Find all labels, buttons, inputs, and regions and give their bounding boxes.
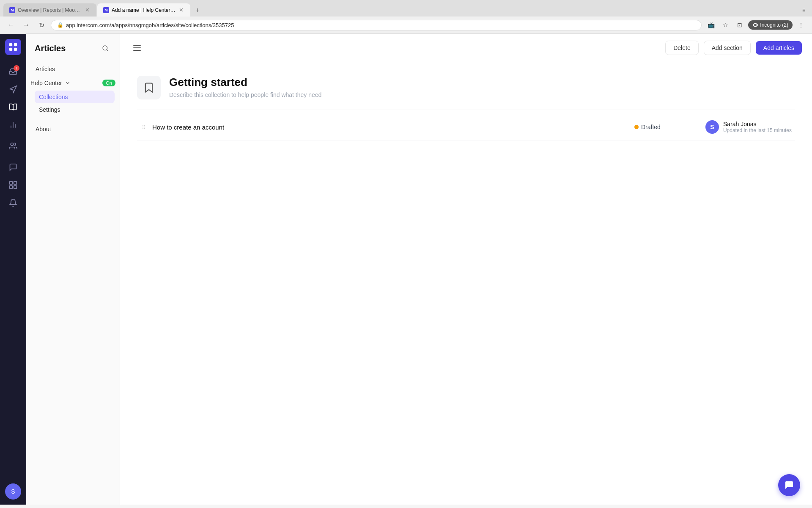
svg-line-14 [107,50,108,51]
collection-header: Getting started Describe this collection… [137,76,795,110]
tab1-title: Overview | Reports | Moodjoy [18,7,82,13]
chat-support-button[interactable] [778,474,800,496]
add-articles-button[interactable]: Add articles [756,41,802,55]
hamburger-line-2 [133,47,141,48]
apps-icon [9,181,17,189]
svg-rect-1 [14,43,17,46]
app-logo[interactable] [5,39,21,55]
sidebar-icon-notifications[interactable] [5,195,21,211]
author-updated-time: Updated in the last 15 minutes [723,127,792,133]
collection-info: Getting started Describe this collection… [169,76,321,98]
article-title[interactable]: How to create an account [152,124,629,131]
tab2-title: Add a name | Help Center | Mo... [112,7,176,13]
svg-point-16 [144,125,145,126]
table-row[interactable]: How to create an account Drafted S Sarah… [137,113,795,141]
main-content: Delete Add section Add articles Getting … [120,34,812,505]
incognito-icon [752,22,758,28]
hamburger-line-1 [133,45,141,46]
sidebar-icon-apps[interactable] [5,177,21,193]
back-button[interactable]: ← [5,19,17,31]
help-center-label: Help Center [30,80,62,86]
svg-rect-10 [14,182,17,185]
lock-icon: 🔒 [57,22,63,28]
collection-title: Getting started [169,76,321,89]
about-label: About [36,126,51,133]
inbox-badge: 1 [14,65,19,71]
sidebar-icon-articles[interactable] [5,99,21,115]
help-center-header[interactable]: Help Center [30,80,71,86]
main-toolbar: Delete Add section Add articles [120,34,812,62]
status-dot [634,125,639,129]
messages-icon [9,85,17,94]
cast-button[interactable]: 📺 [705,19,717,31]
address-bar[interactable]: 🔒 app.intercom.com/a/apps/nnsgmgob/artic… [51,20,702,30]
svg-rect-0 [9,43,12,46]
url-text: app.intercom.com/a/apps/nnsgmgob/article… [66,22,234,28]
svg-marker-4 [10,86,17,93]
sidebar-item-about[interactable]: About [31,123,115,135]
svg-rect-9 [10,182,13,185]
tab2-favicon: M [103,7,109,13]
svg-point-15 [143,125,143,126]
svg-rect-12 [14,186,17,189]
main-body: Getting started Describe this collection… [120,62,812,505]
new-tab-button[interactable]: + [191,4,203,17]
tab-helpcenter[interactable]: M Add a name | Help Center | Mo... ✕ [97,3,190,17]
sidebar-icon-contacts[interactable] [5,138,21,154]
menu-toggle-button[interactable] [130,41,144,55]
svg-point-17 [143,127,143,127]
sidebar-icon-messages[interactable] [5,81,21,97]
svg-point-20 [144,128,145,129]
status-badge: Drafted [634,124,677,130]
collection-description: Describe this collection to help people … [169,91,321,98]
sidebar-title: Articles [26,42,120,61]
tab2-close[interactable]: ✕ [178,7,184,13]
svg-point-19 [143,128,143,129]
menu-button[interactable]: ⋮ [795,19,807,31]
search-icon [102,45,109,52]
drag-handle-icon[interactable] [140,124,147,130]
sidebar-item-collections[interactable]: Collections [35,91,115,103]
tab1-favicon: M [9,7,15,13]
contacts-icon [9,142,17,150]
reports-icon [9,121,17,129]
on-badge: On [102,80,115,86]
svg-point-13 [103,46,107,50]
profile-button[interactable]: ⊡ [734,19,746,31]
forward-button[interactable]: → [20,19,32,31]
chat-icon [9,163,17,171]
add-section-button[interactable]: Add section [704,41,751,55]
search-button[interactable] [99,42,111,54]
articles-icon [9,103,17,111]
author-avatar: S [705,120,719,134]
delete-button[interactable]: Delete [665,41,698,55]
svg-rect-11 [10,186,13,189]
svg-point-8 [11,143,14,146]
author-name: Sarah Jonas [723,121,792,127]
notifications-icon [9,199,17,207]
sidebar-icon-chat[interactable] [5,159,21,175]
svg-rect-3 [14,48,17,51]
tab-overview[interactable]: M Overview | Reports | Moodjoy ✕ [3,3,96,17]
hamburger-line-3 [133,50,141,51]
sidebar-item-articles[interactable]: Articles [31,63,115,75]
collection-icon [137,76,161,99]
icon-sidebar: 1 S [0,34,26,505]
sidebar-icon-reports[interactable] [5,117,21,133]
sidebar-item-settings[interactable]: Settings [35,103,115,116]
tab1-close[interactable]: ✕ [84,7,91,13]
reload-button[interactable]: ↻ [36,19,47,31]
bookmark-button[interactable]: ☆ [719,19,731,31]
svg-point-18 [144,127,145,127]
svg-rect-2 [9,48,12,51]
app-logo-icon [8,42,18,52]
author-initial: S [710,124,714,130]
incognito-badge: Incognito (2) [748,20,793,30]
user-avatar[interactable]: S [5,483,21,500]
collections-label: Collections [39,94,68,100]
articles-nav-label: Articles [36,66,55,72]
tab-overflow-button[interactable]: ≡ [799,5,809,16]
status-text: Drafted [641,124,661,130]
sidebar-icon-inbox[interactable]: 1 [5,64,21,80]
author-info: S Sarah Jonas Updated in the last 15 min… [682,120,792,134]
